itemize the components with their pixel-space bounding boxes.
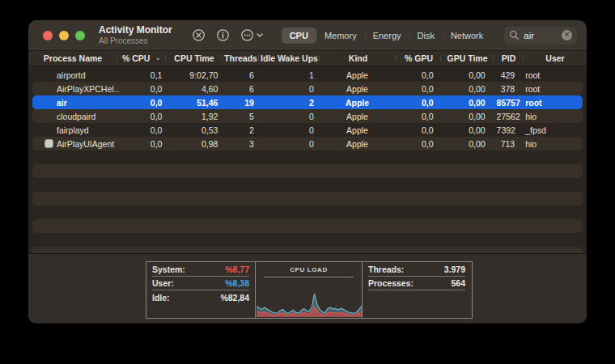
table-row[interactable]: airportd0,19:02,7061Apple0,00,00429root xyxy=(32,68,583,82)
empty-table-row xyxy=(32,219,583,233)
cell-gpu: 0,0 xyxy=(395,84,439,94)
cell-gpu_time: 0,00 xyxy=(439,84,491,94)
column-header-label: Idle Wake Ups xyxy=(261,53,318,63)
window-title: Activity Monitor xyxy=(99,25,172,36)
cell-gpu_time: 0,00 xyxy=(439,139,491,149)
column-header-label: CPU Time xyxy=(174,53,214,63)
table-row[interactable]: air0,051,46192Apple0,00,0085757root xyxy=(32,95,583,109)
toolbar: Activity Monitor All Processes xyxy=(28,20,587,51)
search-icon xyxy=(509,30,520,40)
cpu-load-sparkline xyxy=(257,285,362,317)
cell-gpu_time: 0,00 xyxy=(439,98,491,108)
cell-user: _fpsd xyxy=(520,125,583,135)
empty-table-row xyxy=(32,205,583,219)
cell-kind: Apple xyxy=(320,98,396,108)
column-header-cpu[interactable]: % CPU⌄ xyxy=(117,51,166,66)
stat-value: %8,77 xyxy=(225,265,249,274)
column-header-kind[interactable]: Kind xyxy=(320,51,397,66)
cell-pid: 378 xyxy=(491,84,521,94)
cpu-stats-panel: System:%8,77User:%8,38Idle:%82,84 CPU LO… xyxy=(146,261,473,319)
cell-cpu: 0,0 xyxy=(120,98,168,108)
tab-network[interactable]: Network xyxy=(443,28,491,44)
column-header-pid[interactable]: PID xyxy=(494,51,524,66)
tab-disk[interactable]: Disk xyxy=(409,28,443,44)
zoom-window-button[interactable] xyxy=(75,31,85,40)
search-input[interactable]: air xyxy=(524,31,562,40)
footer: System:%8,77User:%8,38Idle:%82,84 CPU LO… xyxy=(28,253,587,323)
cell-gpu: 0,0 xyxy=(395,70,439,80)
cell-cpu: 0,1 xyxy=(120,70,168,80)
cell-gpu: 0,0 xyxy=(395,139,439,149)
cell-pid: 713 xyxy=(491,139,521,149)
column-header-name[interactable]: Process Name xyxy=(28,51,117,66)
search-field[interactable]: air ✕ xyxy=(504,27,577,44)
table-row[interactable]: cloudpaird0,01,9250Apple0,00,0027562hio xyxy=(32,109,583,123)
stat-value: %8,38 xyxy=(225,278,249,288)
cell-name: airportd xyxy=(32,70,120,80)
process-name: air xyxy=(57,98,67,108)
cell-threads: 19 xyxy=(223,98,259,108)
cell-cpu: 0,0 xyxy=(120,139,168,149)
inspect-icon[interactable] xyxy=(216,28,230,42)
stat-row: Threads:3.979 xyxy=(368,263,465,277)
cell-kind: Apple xyxy=(320,139,396,149)
table-row[interactable]: fairplayd0,00,5320Apple0,00,007392_fpsd xyxy=(32,123,583,137)
cell-name: fairplayd xyxy=(32,125,120,135)
cell-name: air xyxy=(32,98,120,108)
cell-user: hio xyxy=(520,112,583,121)
cell-gpu: 0,0 xyxy=(395,112,439,121)
stat-row: User:%8,38 xyxy=(152,277,249,290)
cell-kind: Apple xyxy=(320,84,396,94)
stat-label: Threads: xyxy=(368,265,404,274)
tab-energy[interactable]: Energy xyxy=(365,28,409,44)
clear-search-icon[interactable]: ✕ xyxy=(562,30,572,40)
cell-kind: Apple xyxy=(320,125,396,135)
app-icon xyxy=(45,139,53,148)
cell-name: cloudpaird xyxy=(32,112,120,121)
empty-table-row xyxy=(32,164,583,178)
process-count-stats: Threads:3.979Processes:564 xyxy=(363,262,471,318)
stat-label: System: xyxy=(152,265,185,274)
process-name: cloudpaird xyxy=(57,112,95,121)
column-header-gpu_time[interactable]: GPU Time xyxy=(441,51,494,66)
process-table: airportd0,19:02,7061Apple0,00,00429rootA… xyxy=(28,66,587,253)
column-header-idle[interactable]: Idle Wake Ups xyxy=(259,51,320,66)
cpu-load-graph: CPU LOAD xyxy=(256,262,363,318)
minimize-window-button[interactable] xyxy=(59,31,69,40)
table-row[interactable]: AirPlayUIAgent0,00,9830Apple0,00,00713hi… xyxy=(32,137,583,150)
column-header-user[interactable]: User xyxy=(524,51,587,66)
column-header-gpu[interactable]: % GPU xyxy=(397,51,441,66)
close-window-button[interactable] xyxy=(43,31,53,40)
column-header-label: GPU Time xyxy=(447,53,488,63)
tab-cpu[interactable]: CPU xyxy=(282,28,316,44)
more-options-icon[interactable] xyxy=(240,28,265,42)
tab-memory[interactable]: Memory xyxy=(316,28,365,44)
cell-idle: 0 xyxy=(260,84,320,94)
column-header-threads[interactable]: Threads xyxy=(223,51,259,66)
cell-pid: 7392 xyxy=(491,125,521,135)
quit-process-icon[interactable] xyxy=(192,28,206,42)
stat-label: Idle: xyxy=(152,293,170,303)
cell-pid: 27562 xyxy=(491,112,521,121)
column-header-cpu_time[interactable]: CPU Time xyxy=(166,51,223,66)
traffic-lights xyxy=(43,31,85,40)
cell-threads: 6 xyxy=(223,84,259,94)
column-header-label: % CPU xyxy=(122,53,150,63)
cpu-load-title: CPU LOAD xyxy=(256,266,362,273)
cell-idle: 0 xyxy=(260,112,320,121)
table-row[interactable]: AirPlayXPCHel…0,04,6060Apple0,00,00378ro… xyxy=(32,82,583,95)
stat-label: Processes: xyxy=(368,278,414,288)
cell-cpu: 0,0 xyxy=(120,112,168,121)
stat-row: System:%8,77 xyxy=(152,263,249,277)
cell-idle: 0 xyxy=(260,139,320,149)
cpu-load-rule xyxy=(264,277,354,277)
cell-cpu: 0,0 xyxy=(120,125,168,135)
window-title-block: Activity Monitor All Processes xyxy=(99,25,172,44)
cell-pid: 429 xyxy=(491,70,521,80)
cell-threads: 6 xyxy=(223,70,259,80)
cell-cpu_time: 51,46 xyxy=(168,98,223,108)
empty-table-row xyxy=(32,233,583,247)
stat-value: 3.979 xyxy=(444,265,465,274)
cell-pid: 85757 xyxy=(491,98,521,108)
cell-user: hio xyxy=(520,139,583,149)
